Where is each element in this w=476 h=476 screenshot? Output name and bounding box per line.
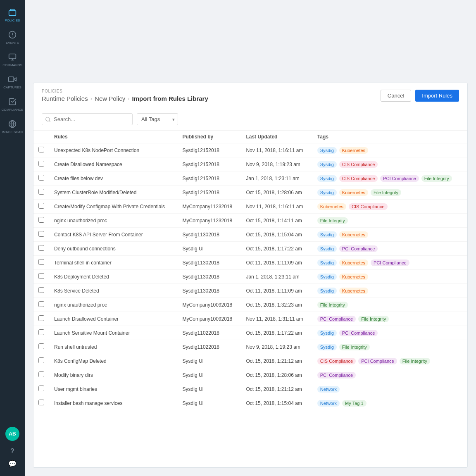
tags-cell: SysdigCIS CompliancePCI ComplianceFile I… [317,175,462,182]
last-updated: Oct 15, 2018, 1:17:22 am [241,326,312,340]
tag-file-integrity: File Integrity [317,302,348,308]
tag-sysdig: Sysdig [317,189,337,196]
row-checkbox[interactable] [38,189,44,195]
row-checkbox[interactable] [38,245,44,251]
tag-sysdig: Sysdig [317,161,337,168]
published-by: Sysdig11302018 [178,284,241,298]
tags-cell: SysdigKubernetes [317,147,462,154]
header-actions: Cancel Import Rules [381,90,459,102]
row-checkbox[interactable] [38,147,44,152]
tag-sysdig: Sysdig [317,288,337,294]
sidebar-label-commands: COMMANDS [2,63,22,67]
sidebar-item-captures[interactable]: CAPTURES [0,71,25,93]
last-updated: Oct 15, 2018, 1:15:04 am [241,228,312,242]
row-checkbox[interactable] [38,231,44,237]
breadcrumb-new-policy[interactable]: New Policy [95,95,125,102]
row-checkbox[interactable] [38,400,44,405]
table-row: Create/Modify Configmap With Private Cre… [33,200,467,214]
tag-kubernetes: Kubernetes [339,189,368,196]
rule-name: Create files below dev [54,176,103,181]
table-row: K8s Service DeletedSysdig11302018Oct 11,… [33,284,467,298]
page-container: POLICIES Runtime Policies › New Policy ›… [33,83,468,468]
tag-cis: CIS Compliance [349,203,387,210]
last-updated: Nov 11, 2018, 1:16:11 am [241,143,312,157]
last-updated: Nov 9, 2018, 1:19:23 am [241,340,312,354]
rule-name: Contact K8S API Server From Container [54,232,143,238]
tag-network: Network [317,400,340,407]
row-checkbox[interactable] [38,217,44,223]
tags-cell: SysdigCIS Compliance [317,161,462,168]
published-by: Sysdig11022018 [178,326,241,340]
rule-name: Modify binary dirs [54,372,93,378]
row-checkbox[interactable] [38,329,44,335]
help-button[interactable]: ? [10,445,14,457]
breadcrumb-section: POLICIES [42,89,208,93]
row-checkbox[interactable] [38,357,44,363]
row-checkbox[interactable] [38,343,44,349]
sidebar-item-commands[interactable]: COMMANDS [0,49,25,71]
tag-pci: PCI Compliance [358,358,397,364]
table-row: Create Disallowed NamespaceSysdig1215201… [33,157,467,171]
last-updated: Nov 11, 2018, 1:16:11 am [241,200,312,214]
row-checkbox[interactable] [38,203,44,209]
sidebar-item-image-scan[interactable]: IMAGE SCAN [0,116,25,138]
tag-sysdig: Sysdig [317,175,337,182]
tag-kubernetes: Kubernetes [317,203,346,210]
row-checkbox[interactable] [38,315,44,321]
search-input[interactable] [42,113,133,125]
captures-icon [8,75,17,84]
breadcrumb-runtime-policies[interactable]: Runtime Policies [42,95,88,102]
last-updated: Oct 11, 2018, 1:11:09 am [241,284,312,298]
tag-file-integrity: File Integrity [358,316,389,322]
row-checkbox[interactable] [38,273,44,279]
tag-file-integrity: File Integrity [371,189,401,196]
row-checkbox[interactable] [38,386,44,391]
sidebar-item-events[interactable]: EVENTS [0,26,25,49]
rule-name: Installer bash manage services [54,400,122,406]
published-by: Sysdig12152018 [178,171,241,186]
table-row: Unexpected K8s NodePort ConnectionSysdig… [33,143,467,157]
avatar[interactable]: AB [5,427,19,441]
chat-button[interactable]: 💬 [8,457,17,472]
row-checkbox[interactable] [38,301,44,307]
table-row: Modify binary dirsSysdig UIOct 15, 2018,… [33,368,467,382]
table-row: K8s ConfigMap DeletedSysdig UIOct 15, 20… [33,354,467,368]
rule-name: Unexpected K8s NodePort Connection [54,148,139,153]
published-by: Sysdig12152018 [178,157,241,171]
row-checkbox[interactable] [38,175,44,181]
tags-cell: SysdigKubernetes [317,274,462,280]
breadcrumb-import: Import from Rules Library [132,95,208,102]
import-rules-button[interactable]: Import Rules [415,90,459,102]
row-checkbox[interactable] [38,287,44,293]
col-rules: Rules [49,131,178,143]
col-last-updated: Last Updated [241,131,312,143]
events-icon [8,31,17,40]
published-by: MyCompany10092018 [178,312,241,326]
published-by: MyCompany11232018 [178,200,241,214]
row-checkbox[interactable] [38,259,44,265]
table-row: User mgmt binariesSysdig UIOct 15, 2018,… [33,382,467,396]
last-updated: Oct 15, 2018, 1:28:06 am [241,368,312,382]
tags-dropdown[interactable]: All Tags [137,113,178,125]
published-by: Sysdig11022018 [178,340,241,354]
row-checkbox[interactable] [38,371,44,377]
published-by: Sysdig UI [178,396,241,410]
rule-name: Create Disallowed Namespace [54,162,122,167]
last-updated: Nov 11, 2018, 1:31:11 am [241,312,312,326]
last-updated: Oct 15, 2018, 1:21:12 am [241,382,312,396]
sidebar-item-policies[interactable]: POLICIES [0,4,25,26]
tag-kubernetes: Kubernetes [339,147,368,154]
published-by: Sysdig11302018 [178,270,241,284]
published-by: Sysdig11302018 [178,256,241,270]
table-header: Rules Published by Last Updated Tags [33,131,467,143]
breadcrumb-nav: Runtime Policies › New Policy › Import f… [42,95,208,102]
row-checkbox[interactable] [38,161,44,167]
table-row: K8s Deployment DeletedSysdig11302018Jan … [33,270,467,284]
rule-name: Terminal shell in container [54,260,112,266]
tags-cell: File Integrity [317,217,462,224]
published-by: Sysdig12152018 [178,143,241,157]
sidebar-item-compliance[interactable]: COMPLIANCE [0,93,25,116]
tags-cell: SysdigFile Integrity [317,344,462,350]
published-by: Sysdig UI [178,382,241,396]
cancel-button[interactable]: Cancel [381,90,411,102]
